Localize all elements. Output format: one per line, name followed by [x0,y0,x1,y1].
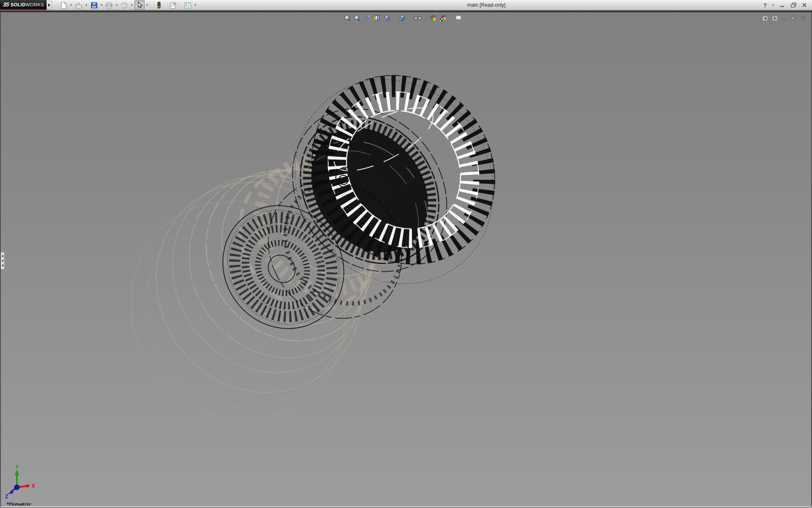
stoplight-icon [156,1,162,9]
select-cursor-icon [137,2,143,9]
new-document-icon [60,2,67,9]
sketch-entities-button[interactable] [168,0,178,10]
display-style-button[interactable] [397,14,407,22]
close-icon [801,15,806,20]
triad-x-label: X [32,483,35,489]
appearance-ball-icon [430,14,437,22]
minimize-icon [780,3,785,8]
view-settings-icon [455,14,463,21]
minimize-icon [782,15,787,20]
minimize-document-button[interactable] [782,14,787,22]
window-title: main [Read-only] [440,0,533,10]
feature-panel-flyout-tab[interactable] [1,252,5,270]
restore-icon [791,3,796,8]
close-app-button[interactable] [800,1,809,9]
open-document-button[interactable] [74,0,84,10]
minimize-app-button[interactable] [778,1,787,9]
select-dropdown-caret[interactable]: ▾ [145,0,150,10]
new-dropdown-caret[interactable]: ▾ [69,0,74,10]
solidworks-window: 3S SOLIDWORKS ▾ ▾ [0,0,812,508]
save-button[interactable] [89,0,99,10]
right-arrow-icon [48,3,50,7]
display-style-cube-icon [398,14,406,22]
left-arrow-icon [763,17,767,20]
undo-arrow-icon [121,2,128,9]
printer-icon [105,2,113,9]
eyeglasses-icon [414,15,422,21]
print-button[interactable] [104,0,114,10]
solidworks-logo: 3S SOLIDWORKS [0,0,47,10]
previous-window-button[interactable] [762,16,768,21]
graphics-viewport[interactable]: Y X Z *Dimetric [0,12,812,507]
view-orientation-button[interactable] [381,14,391,22]
triad-z-label: Z [5,494,8,500]
hand-over-document-icon [170,2,177,9]
zoom-to-fit-icon [344,14,351,22]
dassault-3s-logo-icon: 3S [3,1,9,8]
titlebar: 3S SOLIDWORKS ▾ ▾ [0,0,812,10]
left-arrow-icon [2,264,3,267]
apply-scene-ball-icon [439,14,447,22]
titlebar-controls: ? ▾ [762,0,809,10]
restore-icon [791,15,797,20]
help-dropdown-caret[interactable]: ▾ [771,0,776,10]
left-arrow-icon [2,260,3,262]
view-orientation-icon [383,14,390,22]
save-dropdown-caret[interactable]: ▾ [99,0,104,10]
statusbar-edge [1,505,812,507]
triad-y-label: Y [15,464,19,470]
section-view-button[interactable] [372,14,381,22]
options-dropdown-caret[interactable]: ▾ [193,0,198,10]
open-folder-icon [75,2,82,9]
help-button[interactable]: ? [762,2,768,8]
previous-view-button[interactable] [362,14,372,22]
hide-show-items-button[interactable] [413,14,422,22]
select-button[interactable] [134,0,145,10]
edit-appearance-button[interactable] [428,14,438,22]
zoom-to-area-button[interactable] [352,14,362,22]
apply-scene-button[interactable] [438,14,448,22]
section-view-icon [373,14,381,22]
brand-text: SOLIDWORKS [11,2,44,7]
menu-expand-button[interactable] [47,1,52,9]
right-arrow-icon [773,17,777,20]
previous-view-wand-icon [363,14,370,22]
left-arrow-icon [2,255,3,257]
undo-button[interactable] [119,0,129,10]
open-dropdown-caret[interactable]: ▾ [84,0,89,10]
restore-app-button[interactable] [789,1,798,9]
new-document-button[interactable] [58,0,69,10]
headsup-view-toolbar [343,14,464,22]
next-window-button[interactable] [772,16,778,21]
close-icon [802,3,807,8]
save-floppy-icon [91,2,98,9]
reference-triad: Y X Z [3,464,39,500]
turbine-assembly-wireframe [1,12,812,507]
document-window-controls [762,14,806,22]
close-document-button[interactable] [801,14,806,22]
zoom-to-area-icon [354,14,361,22]
undo-dropdown-caret[interactable]: ▾ [129,0,134,10]
stoplight-button[interactable] [154,0,164,10]
restore-document-button[interactable] [791,14,797,22]
standard-toolbar: ▾ ▾ ▾ [58,0,198,10]
print-dropdown-caret[interactable]: ▾ [114,0,119,10]
zoom-to-fit-button[interactable] [343,14,352,22]
view-settings-button[interactable] [454,14,464,22]
options-checklist-icon [184,2,192,9]
options-button[interactable] [183,0,193,10]
